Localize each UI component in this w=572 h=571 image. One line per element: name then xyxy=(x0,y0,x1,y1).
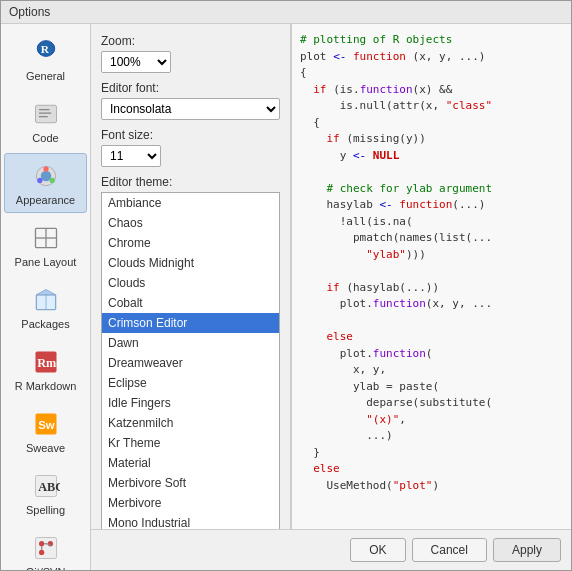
sidebar-label-git-svn: Git/SVN xyxy=(26,566,66,570)
sidebar-item-sweave[interactable]: Sw Sweave xyxy=(4,401,87,461)
sidebar-label-code: Code xyxy=(32,132,58,144)
svg-text:Sw: Sw xyxy=(38,419,55,431)
spelling-icon: ABC xyxy=(30,470,62,502)
theme-item[interactable]: Merbivore Soft xyxy=(102,473,279,493)
sidebar-item-packages[interactable]: Packages xyxy=(4,277,87,337)
sidebar-label-spelling: Spelling xyxy=(26,504,65,516)
theme-item[interactable]: Chrome xyxy=(102,233,279,253)
svg-point-26 xyxy=(39,550,44,555)
theme-item[interactable]: Crimson Editor xyxy=(102,313,279,333)
svg-point-8 xyxy=(43,166,48,171)
zoom-label: Zoom: xyxy=(101,34,280,48)
sidebar-label-sweave: Sweave xyxy=(26,442,65,454)
theme-item[interactable]: Clouds xyxy=(102,273,279,293)
svg-point-24 xyxy=(39,541,44,546)
svg-rect-2 xyxy=(35,105,56,123)
theme-item[interactable]: Dawn xyxy=(102,333,279,353)
appearance-icon xyxy=(30,160,62,192)
sidebar-label-general: General xyxy=(26,70,65,82)
sweave-icon: Sw xyxy=(30,408,62,440)
editor-font-label: Editor font: xyxy=(101,81,280,95)
font-size-select[interactable]: 9 10 11 12 14 xyxy=(101,145,161,167)
left-options: Zoom: 100% 75% 125% 150% Editor font: xyxy=(91,24,291,529)
svg-text:ABC: ABC xyxy=(38,480,60,494)
svg-text:R: R xyxy=(40,43,49,55)
zoom-select[interactable]: 100% 75% 125% 150% xyxy=(101,51,171,73)
theme-item[interactable]: Merbivore xyxy=(102,493,279,513)
sidebar-item-git-svn[interactable]: Git/SVN xyxy=(4,525,87,570)
theme-list-container: AmbianceChaosChromeClouds MidnightClouds… xyxy=(101,192,280,529)
R-icon: R xyxy=(30,36,62,68)
theme-item[interactable]: Eclipse xyxy=(102,373,279,393)
theme-item[interactable]: Chaos xyxy=(102,213,279,233)
zoom-group: Zoom: 100% 75% 125% 150% xyxy=(101,34,280,73)
rmd-icon: Rmd xyxy=(30,346,62,378)
svg-point-10 xyxy=(37,178,42,183)
editor-font-group: Editor font: Inconsolata Courier New Mon… xyxy=(101,81,280,120)
theme-group: Editor theme: AmbianceChaosChromeClouds … xyxy=(101,175,280,529)
apply-button[interactable]: Apply xyxy=(493,538,561,562)
sidebar-label-appearance: Appearance xyxy=(16,194,75,206)
sidebar-item-appearance[interactable]: Appearance xyxy=(4,153,87,213)
theme-item[interactable]: Mono Industrial xyxy=(102,513,279,529)
sidebar-label-r-markdown: R Markdown xyxy=(15,380,77,392)
window-title: Options xyxy=(1,1,571,24)
code-icon xyxy=(30,98,62,130)
theme-item[interactable]: Material xyxy=(102,453,279,473)
sidebar-item-spelling[interactable]: ABC Spelling xyxy=(4,463,87,523)
svg-point-9 xyxy=(49,178,54,183)
cancel-button[interactable]: Cancel xyxy=(412,538,487,562)
git-icon xyxy=(30,532,62,564)
sidebar: R General Code xyxy=(1,24,91,570)
sidebar-item-r-markdown[interactable]: Rmd R Markdown xyxy=(4,339,87,399)
theme-item[interactable]: Katzenmilch xyxy=(102,413,279,433)
sidebar-item-pane-layout[interactable]: Pane Layout xyxy=(4,215,87,275)
theme-item[interactable]: Dreamweaver xyxy=(102,353,279,373)
packages-icon xyxy=(30,284,62,316)
pane-icon xyxy=(30,222,62,254)
theme-item[interactable]: Idle Fingers xyxy=(102,393,279,413)
editor-theme-label: Editor theme: xyxy=(101,175,280,189)
editor-font-select[interactable]: Inconsolata Courier New Monaco xyxy=(101,98,280,120)
svg-marker-15 xyxy=(36,290,55,295)
sidebar-item-general[interactable]: R General xyxy=(4,29,87,89)
sidebar-label-pane-layout: Pane Layout xyxy=(15,256,77,268)
options-window: Options R General xyxy=(0,0,572,571)
main-panel: Zoom: 100% 75% 125% 150% Editor font: xyxy=(91,24,571,570)
svg-rect-23 xyxy=(35,538,56,559)
theme-item[interactable]: Clouds Midnight xyxy=(102,253,279,273)
bottom-bar: OK Cancel Apply xyxy=(91,529,571,570)
theme-list[interactable]: AmbianceChaosChromeClouds MidnightClouds… xyxy=(102,193,279,529)
sidebar-label-packages: Packages xyxy=(21,318,69,330)
font-size-group: Font size: 9 10 11 12 14 xyxy=(101,128,280,167)
ok-button[interactable]: OK xyxy=(350,538,405,562)
svg-text:Rmd: Rmd xyxy=(37,356,60,370)
code-preview: # plotting of R objects plot <- function… xyxy=(291,24,571,529)
sidebar-item-code[interactable]: Code xyxy=(4,91,87,151)
theme-item[interactable]: Kr Theme xyxy=(102,433,279,453)
theme-item[interactable]: Cobalt xyxy=(102,293,279,313)
options-area: Zoom: 100% 75% 125% 150% Editor font: xyxy=(91,24,571,529)
font-size-label: Font size: xyxy=(101,128,280,142)
theme-item[interactable]: Ambiance xyxy=(102,193,279,213)
